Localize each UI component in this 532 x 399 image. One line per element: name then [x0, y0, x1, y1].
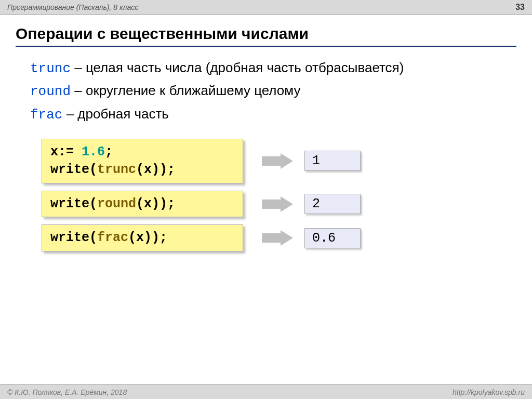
keyword-trunc: trunc: [30, 61, 71, 76]
slide-content: Операции с вещественными числами trunc –…: [0, 15, 532, 251]
def-text: – целая часть числа (дробная часть отбра…: [71, 60, 404, 75]
code-box: write(round(x));: [42, 191, 243, 218]
result-box: 2: [304, 194, 361, 214]
copyright: © К.Ю. Поляков, Е.А. Ерёмин, 2018: [7, 388, 127, 396]
footer-url: http://kpolyakov.spb.ru: [453, 388, 525, 396]
slide-header: Программирование (Паскаль), 8 класс 33: [0, 0, 532, 15]
result-box: 1: [304, 151, 361, 171]
arrow-icon: [262, 153, 294, 169]
slide-title: Операции с вещественными числами: [16, 25, 516, 47]
result-box: 0.6: [304, 228, 361, 248]
arrow-icon: [262, 230, 294, 246]
keyword-frac: frac: [30, 107, 62, 123]
course-title: Программирование (Паскаль), 8 класс: [7, 3, 138, 11]
code-box: x:= 1.6; write(trunc(x));: [42, 139, 243, 183]
def-text: – дробная часть: [62, 106, 168, 122]
def-trunc: trunc – целая часть числа (дробная часть…: [30, 58, 516, 78]
slide-footer: © К.Ю. Поляков, Е.А. Ерёмин, 2018 http:/…: [0, 384, 532, 399]
keyword-round: round: [30, 84, 71, 99]
def-text: – округление к ближайшему целому: [71, 83, 300, 98]
def-round: round – округление к ближайшему целому: [30, 81, 516, 101]
code-box: write(frac(x));: [42, 224, 243, 251]
definitions: trunc – целая часть числа (дробная часть…: [16, 58, 516, 124]
example-frac: write(frac(x)); 0.6: [16, 224, 516, 251]
page-number: 33: [515, 3, 525, 12]
arrow-icon: [262, 196, 294, 212]
example-trunc: x:= 1.6; write(trunc(x)); 1: [16, 139, 516, 183]
example-round: write(round(x)); 2: [16, 191, 516, 218]
def-frac: frac – дробная часть: [30, 104, 516, 124]
